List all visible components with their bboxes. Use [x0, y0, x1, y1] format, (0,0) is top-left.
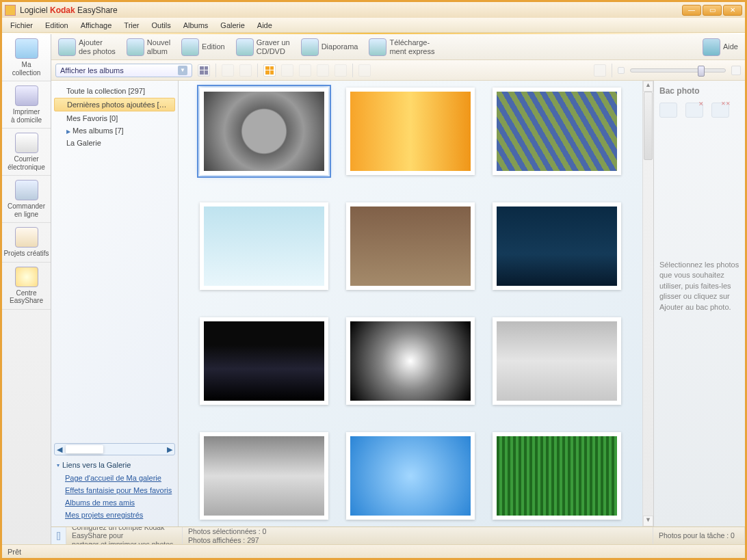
thumbnail[interactable] [493, 317, 621, 405]
tray-title: Bac photo [659, 86, 739, 96]
menu-view[interactable]: Affichage [75, 20, 118, 31]
thumbnail[interactable] [346, 88, 475, 175]
thumbnail-grid [191, 88, 630, 520]
rotate-right-icon[interactable] [239, 64, 252, 77]
tree-hscrollbar[interactable]: ◀ ▶ [54, 443, 175, 455]
thumbnails-vscrollbar[interactable]: ▲ ▼ [642, 81, 653, 526]
menu-sort[interactable]: Trier [118, 20, 144, 31]
new-album-icon [127, 38, 144, 56]
add-to-tray-icon[interactable] [594, 64, 606, 77]
scroll-right-icon[interactable]: ▶ [165, 445, 174, 454]
add-photos-icon [58, 38, 76, 56]
window-title: Logiciel Kodak EasyShare [20, 5, 682, 15]
zoom-knob[interactable] [698, 66, 705, 77]
menu-file[interactable]: Fichier [5, 20, 38, 31]
scroll-left-icon[interactable]: ◀ [55, 445, 64, 454]
thumbnail[interactable] [346, 432, 475, 520]
tree-item-all[interactable]: Toute la collection [297] [51, 85, 178, 97]
thumbnail[interactable] [200, 88, 328, 175]
menu-tools[interactable]: Outils [146, 20, 176, 31]
tb-edition[interactable]: Edition [179, 37, 228, 57]
rail-email[interactable]: Courrierélectronique [2, 129, 51, 176]
menu-help[interactable]: Aide [252, 20, 278, 31]
tree-item-favorites[interactable]: Mes Favoris [0] [51, 112, 178, 124]
delete-icon[interactable] [358, 64, 371, 77]
thumbnail[interactable] [200, 202, 328, 290]
minimize-button[interactable]: — [682, 5, 701, 16]
menu-gallery[interactable]: Galerie [215, 20, 250, 31]
sub-toolbar: Afficher les albums ▼ [51, 60, 745, 81]
chevron-right-icon: ▶ [66, 129, 70, 135]
link-friends-albums[interactable]: Albums de mes amis [57, 496, 172, 509]
tray-clear-icon[interactable] [711, 103, 729, 118]
menu-edition[interactable]: Edition [40, 20, 74, 31]
order-icon [15, 180, 38, 200]
link-saved-projects[interactable]: Mes projets enregistrés [57, 509, 172, 521]
collection-icon [15, 38, 38, 59]
status-strip: Configurez un compte Kodak EasyShare pou… [51, 526, 745, 544]
status-displayed: Photos affichées : 297 [188, 536, 266, 544]
maximize-button[interactable]: ▭ [703, 5, 722, 16]
help-icon [703, 38, 720, 56]
view-details-icon[interactable] [198, 64, 210, 77]
scroll-thumb[interactable] [66, 445, 103, 453]
tree-panel: Toute la collection [297] Dernières phot… [51, 81, 179, 526]
menu-albums[interactable]: Albums [178, 20, 214, 31]
edit-icon [181, 38, 199, 56]
menubar: Fichier Edition Affichage Trier Outils A… [2, 18, 745, 33]
tb-burn-cd-dvd[interactable]: Graver unCD/DVD [233, 37, 293, 57]
zoom-small-icon[interactable] [618, 67, 625, 74]
thumbnail[interactable] [493, 432, 621, 520]
rotate-left-icon[interactable] [222, 64, 234, 77]
tray-remove-icon[interactable] [685, 103, 703, 118]
redo-icon[interactable] [335, 64, 347, 77]
view-grid-icon[interactable] [263, 64, 276, 77]
tb-express-upload[interactable]: Télécharge-ment express [366, 37, 437, 57]
gallery-links: Liens vers la Galerie Page d'accueil de … [51, 457, 178, 526]
scroll-down-icon[interactable]: ▼ [643, 516, 653, 526]
tree-item-gallery[interactable]: La Galerie [51, 137, 178, 149]
thumbnail[interactable] [200, 432, 328, 520]
tree-item-recent[interactable]: Dernières photos ajoutées [297] [54, 98, 175, 111]
rail-print-home[interactable]: Imprimerà domicile [2, 81, 51, 129]
tray-message: Sélectionnez les photos que vous souhait… [659, 260, 739, 521]
status-account-icon[interactable] [51, 527, 66, 544]
combo-label: Afficher les albums [60, 66, 124, 75]
rail-my-collection[interactable]: Macollection [2, 34, 51, 81]
footer-status: Prêt [2, 544, 745, 558]
tb-new-album[interactable]: Nouvelalbum [124, 37, 173, 57]
status-config-text1: Configurez un compte Kodak EasyShare pou… [72, 527, 176, 540]
photo-tray: Bac photo Sélectionnez les photos que vo… [653, 81, 745, 526]
image-icon[interactable] [299, 64, 311, 77]
thumbnail[interactable] [346, 202, 475, 290]
status-task: Photos pour la tâche : 0 [659, 531, 735, 539]
close-button[interactable]: ✕ [723, 5, 742, 16]
zoom-large-icon[interactable] [731, 66, 741, 75]
link-gallery-home[interactable]: Page d'accueil de Ma galerie [57, 472, 172, 484]
rail-creative-projects[interactable]: Projets créatifs [2, 223, 51, 263]
tb-add-photos[interactable]: Ajouterdes photos [55, 37, 118, 57]
titlebar: Logiciel Kodak EasyShare — ▭ ✕ [2, 0, 745, 18]
tree-item-my-albums[interactable]: ▶Mes albums [7] [51, 124, 178, 137]
thumbnail[interactable] [493, 202, 621, 290]
undo-icon[interactable] [317, 64, 329, 77]
zoom-slider[interactable] [630, 68, 726, 72]
tb-help[interactable]: Aide [700, 37, 741, 57]
printer-icon [15, 85, 38, 106]
thumbnail[interactable] [346, 317, 475, 405]
tray-add-icon[interactable] [659, 103, 677, 118]
tb-slideshow[interactable]: Diaporama [298, 37, 361, 57]
scroll-up-icon[interactable]: ▲ [643, 81, 653, 92]
gallery-links-header[interactable]: Liens vers la Galerie [57, 461, 172, 469]
album-filter-combo[interactable]: Afficher les albums ▼ [55, 64, 192, 77]
rail-easyshare-center[interactable]: CentreEasyShare [2, 263, 51, 310]
thumbnail[interactable] [493, 88, 621, 175]
upload-icon [369, 38, 386, 56]
scroll-thumb-v[interactable] [644, 92, 653, 160]
thumbnails-area: ▲ ▼ [179, 81, 653, 526]
rail-order-online[interactable]: Commanderen ligne [2, 176, 51, 223]
heart-icon[interactable] [281, 64, 293, 77]
link-fancy-effects[interactable]: Effets fantaisie pour Mes favoris [57, 484, 172, 496]
app-icon [5, 5, 16, 16]
thumbnail[interactable] [200, 317, 328, 405]
